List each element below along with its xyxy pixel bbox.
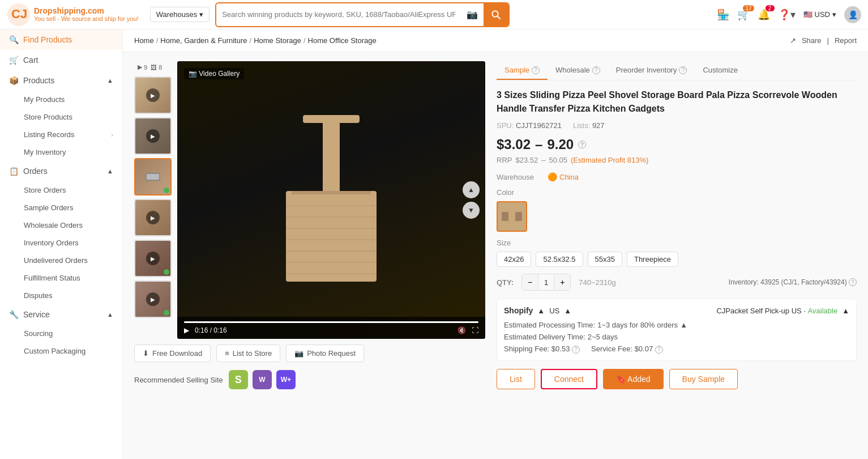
camera-icon[interactable]: 📷	[461, 9, 484, 20]
avatar[interactable]: 👤	[844, 6, 861, 23]
chevron-small-icon: ▾	[790, 8, 796, 21]
platform-chevron-icon[interactable]: ▲	[537, 307, 545, 315]
qty-plus-button[interactable]: +	[554, 274, 570, 290]
sidebar-subitem-sourcing[interactable]: Sourcing	[0, 325, 122, 342]
list-to-store-button[interactable]: ≡ List to Store	[216, 345, 280, 362]
size-label: Size	[497, 239, 857, 247]
breadcrumb-home[interactable]: Home	[134, 36, 154, 45]
fullscreen-btn[interactable]: ⛶	[472, 326, 478, 334]
tab-customize[interactable]: Customize	[695, 61, 745, 80]
search-input[interactable]	[216, 6, 461, 23]
thumbnail-4[interactable]: ▶	[134, 199, 172, 236]
sidebar-subitem-store-products[interactable]: Store Products	[0, 108, 122, 126]
svg-rect-9	[292, 191, 371, 194]
size-55x35[interactable]: 55x35	[588, 252, 622, 267]
sidebar-subitem-undelivered-orders[interactable]: Undelivered Orders	[0, 252, 122, 269]
search-button[interactable]	[484, 3, 508, 26]
breadcrumb-category[interactable]: Home, Garden & Furniture	[160, 36, 247, 45]
sidebar-subitem-my-products[interactable]: My Products	[0, 91, 122, 108]
shopify-icon[interactable]: S	[229, 370, 248, 389]
color-option-1[interactable]	[497, 201, 527, 232]
third-platform-icon[interactable]: W+	[276, 370, 296, 389]
connect-button[interactable]: Connect	[541, 369, 597, 389]
inventory-info: Inventory: 43925 (CJ/1, Factory/43924) ?	[729, 278, 857, 287]
video-prev-btn[interactable]: ▲	[463, 181, 480, 198]
size-42x26[interactable]: 42x26	[497, 252, 531, 267]
sidebar-item-service[interactable]: 🔧 Service ▲	[0, 304, 122, 325]
sidebar-item-cart[interactable]: 🛒 Cart	[0, 50, 122, 70]
woocommerce-icon[interactable]: W	[253, 370, 272, 389]
thumbnail-1[interactable]: ▶	[134, 76, 172, 114]
logo[interactable]: CJ Dropshipping.com You sell - We source…	[7, 3, 139, 27]
list-button[interactable]: List	[497, 369, 535, 389]
preorder-info-icon[interactable]: ?	[679, 66, 687, 74]
cta-buttons: List Connect 🔖 Added Buy Sample	[497, 369, 857, 389]
play-pause-btn[interactable]: ▶	[184, 326, 189, 334]
currency-selector[interactable]: 🇺🇸 USD ▾	[803, 10, 836, 19]
progress-bar[interactable]	[184, 321, 478, 323]
shipping-fee: Shipping Fee: $0.53 ?	[504, 345, 580, 354]
mute-btn[interactable]: 🔇	[457, 326, 466, 334]
video-next-btn[interactable]: ▼	[463, 202, 480, 219]
qty-minus-button[interactable]: −	[522, 274, 538, 290]
method-chevron-icon[interactable]: ▲	[842, 307, 849, 315]
sidebar-subitem-wholesale-orders[interactable]: Wholesale Orders	[0, 216, 122, 234]
rrp-row: RRP $23.52 – 50.05 (Estimated Profit 813…	[497, 156, 857, 164]
thumbnail-list: ▶ 9 🖼 8 ▶	[134, 61, 173, 339]
processing-chevron[interactable]: ▲	[680, 321, 687, 329]
added-button[interactable]: 🔖 Added	[603, 369, 664, 389]
shipping-fee-info-icon[interactable]: ?	[572, 346, 580, 354]
store-icon[interactable]: 🏪	[717, 8, 729, 21]
recommended-label: Recommended Selling Site	[134, 376, 223, 384]
orders-chevron-icon: ▲	[107, 168, 113, 175]
video-display	[177, 61, 485, 339]
cart-icon[interactable]: 🛒 17	[737, 8, 750, 21]
sidebar-item-find-products[interactable]: 🔍 Find Products	[0, 29, 122, 50]
sidebar-subitem-sample-orders[interactable]: Sample Orders	[0, 199, 122, 216]
video-ctrl-row: ▶ 0:16 / 0:16 🔇 ⛶	[184, 326, 478, 334]
price-to: 9.20	[547, 137, 574, 152]
search-bar: 📷	[215, 2, 510, 27]
thumbnail-2[interactable]: ▶	[134, 117, 172, 155]
tab-sample[interactable]: Sample ?	[497, 61, 548, 80]
buy-sample-button[interactable]: Buy Sample	[669, 369, 738, 389]
report-button[interactable]: Report	[835, 36, 857, 45]
free-download-button[interactable]: ⬇ Free Download	[134, 345, 211, 362]
size-52x32[interactable]: 52.5x32.5	[536, 252, 583, 267]
tab-preorder-inventory[interactable]: Preorder Inventory ?	[608, 61, 695, 80]
notifications-icon[interactable]: 🔔 2	[758, 8, 770, 21]
media-container: ▶ 9 🖼 8 ▶	[134, 61, 485, 339]
thumbnail-3[interactable]	[134, 158, 172, 196]
breadcrumb-subcategory[interactable]: Home Storage	[254, 36, 301, 45]
sidebar-item-orders[interactable]: 📋 Orders ▲	[0, 161, 122, 181]
inventory-info-icon[interactable]: ?	[849, 278, 857, 286]
service-fee-info-icon[interactable]: ?	[655, 346, 663, 354]
sidebar-subitem-disputes[interactable]: Disputes	[0, 287, 122, 304]
sidebar-subitem-listing-records[interactable]: Listing Records ›	[0, 126, 122, 143]
warehouses-label: Warehouses	[156, 10, 198, 19]
sidebar-subitem-custom-packaging[interactable]: Custom Packaging	[0, 342, 122, 360]
region-chevron-icon[interactable]: ▲	[564, 307, 571, 315]
thumbnail-6[interactable]: ▶	[134, 280, 172, 318]
tab-wholesale[interactable]: Wholesale ?	[548, 61, 608, 80]
share-button[interactable]: Share	[802, 36, 822, 45]
sidebar-subitem-inventory-orders[interactable]: Inventory Orders	[0, 234, 122, 252]
sample-info-icon[interactable]: ?	[532, 66, 540, 74]
thumbnail-5[interactable]: ▶	[134, 240, 172, 277]
sidebar-subitem-fulfillment-status[interactable]: Fulfillment Status	[0, 269, 122, 287]
price-info-icon[interactable]: ?	[578, 141, 586, 148]
wholesale-info-icon[interactable]: ?	[592, 66, 600, 74]
sidebar-subitem-store-orders[interactable]: Store Orders	[0, 181, 122, 199]
photo-request-button[interactable]: 📷 Photo Request	[286, 345, 364, 362]
sidebar-item-products[interactable]: 📦 Products ▲	[0, 70, 122, 91]
bookmark-icon: 🔖	[616, 375, 626, 384]
size-threepiece[interactable]: Threepiece	[627, 252, 678, 267]
play-icon-2: ▶	[146, 129, 160, 143]
sidebar-subitem-my-inventory[interactable]: My Inventory	[0, 143, 122, 161]
qty-row: QTY: − 1 + 740~2310g Inventory: 43925 (C…	[497, 274, 857, 291]
listing-records-chevron: ›	[111, 131, 113, 138]
breadcrumb-leaf[interactable]: Home Office Storage	[308, 36, 377, 45]
help-icon[interactable]: ❓▾	[778, 8, 796, 21]
warehouse-row: Warehouse 🟠 China	[497, 172, 857, 181]
warehouses-nav-button[interactable]: Warehouses ▾	[150, 7, 210, 22]
